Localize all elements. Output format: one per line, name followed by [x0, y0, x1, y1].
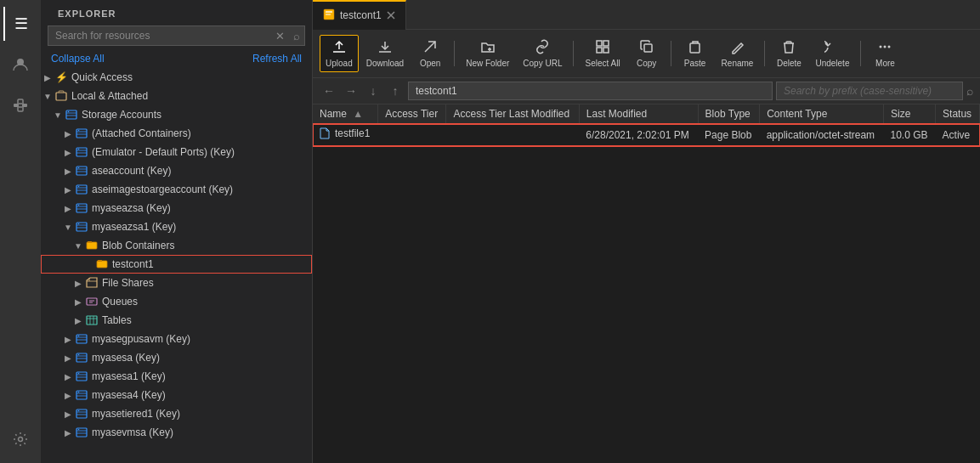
table-row[interactable]: testfile16/28/2021, 2:02:01 PMPage Bloba… — [313, 124, 980, 146]
select-all-label: Select All — [585, 59, 620, 68]
col-access-tier-modified[interactable]: Access Tier Last Modified — [446, 104, 579, 124]
svg-rect-75 — [326, 14, 331, 15]
chevron-icon: ▶ — [61, 145, 75, 159]
sidebar-item-label: myasesa1 (Key) — [92, 370, 312, 382]
svg-line-82 — [425, 42, 435, 52]
refresh-all-button[interactable]: Refresh All — [252, 53, 302, 65]
chevron-icon: ▶ — [61, 388, 75, 402]
clear-search-icon[interactable]: ✕ — [275, 30, 285, 42]
sidebar-item-myaseazsa1[interactable]: ▼myaseazsa1 (Key) — [41, 217, 312, 236]
sidebar-item-emulator[interactable]: ▶(Emulator - Default Ports) (Key) — [41, 143, 312, 161]
tree-item-icon — [75, 201, 88, 215]
open-button[interactable]: Open — [411, 35, 449, 72]
sidebar-item-myasesa[interactable]: ▶myasesa (Key) — [41, 348, 312, 367]
sidebar-item-myasesa1[interactable]: ▶myasesa1 (Key) — [41, 367, 312, 386]
svg-rect-37 — [88, 241, 92, 243]
col-name[interactable]: Name ▲ — [313, 104, 378, 124]
chevron-icon: ▶ — [61, 370, 75, 383]
select-all-button[interactable]: Select All — [579, 35, 626, 72]
chevron-icon: ▼ — [61, 220, 75, 234]
nav-forward-button[interactable]: → — [342, 82, 360, 100]
copy-button[interactable]: Copy — [628, 35, 666, 72]
plugin-icon[interactable] — [3, 88, 37, 122]
col-status[interactable]: Status — [936, 104, 980, 124]
cell-blobType: Page Blob — [698, 124, 760, 146]
col-content-type[interactable]: Content Type — [760, 104, 884, 124]
rename-button[interactable]: Rename — [716, 35, 760, 72]
settings-icon[interactable] — [3, 422, 37, 456]
svg-rect-39 — [98, 260, 102, 262]
svg-rect-36 — [87, 242, 97, 249]
nav-down-button[interactable]: ↓ — [364, 82, 382, 100]
sidebar-item-label: File Shares — [102, 277, 312, 289]
collapse-all-button[interactable]: Collapse All — [51, 53, 105, 65]
col-blob-type[interactable]: Blob Type — [698, 104, 760, 124]
search-prefix-input[interactable] — [776, 82, 963, 100]
tab-label: testcont1 — [340, 9, 382, 21]
nav-back-button[interactable]: ← — [320, 82, 338, 100]
menu-icon[interactable]: ☰ — [3, 7, 37, 41]
tree-item-icon: ⚡ — [54, 71, 68, 84]
more-button[interactable]: More — [866, 35, 904, 72]
sidebar-item-queues[interactable]: ▶Queues — [41, 292, 312, 311]
col-size[interactable]: Size — [884, 104, 936, 124]
tab-testcont1[interactable]: testcont1 — [313, 0, 406, 30]
sidebar-item-myasesa4[interactable]: ▶myasesa4 (Key) — [41, 386, 312, 404]
svg-point-52 — [78, 336, 80, 337]
sidebar-item-attached-containers[interactable]: ▶(Attached Containers) — [41, 124, 312, 143]
upload-button[interactable]: Upload — [320, 35, 359, 72]
toolbar-separator — [764, 41, 765, 66]
sidebar-item-quick-access[interactable]: ▶⚡Quick Access — [41, 68, 312, 87]
search-input[interactable] — [48, 25, 305, 46]
tree-item-icon — [75, 332, 88, 346]
sidebar-item-blob-containers[interactable]: ▼Blob Containers — [41, 236, 312, 255]
tree-item-icon — [75, 127, 88, 140]
svg-point-92 — [884, 46, 887, 48]
account-icon[interactable] — [3, 48, 37, 82]
tree-item-icon — [65, 108, 78, 121]
sidebar-item-storage-accounts[interactable]: ▼Storage Accounts — [41, 105, 312, 124]
tree-item-icon — [75, 164, 88, 178]
main-area: testcont1 UploadDownloadOpenNew FolderCo… — [313, 0, 980, 463]
search-container: ✕ ⌕ — [48, 25, 305, 46]
chevron-icon: ▶ — [71, 276, 85, 290]
sidebar-item-label: aseaccount (Key) — [92, 165, 312, 177]
sidebar-item-aseimagestorage[interactable]: ▶aseimagestoargeaccount (Key) — [41, 180, 312, 199]
nav-up-button[interactable]: ↑ — [386, 82, 405, 100]
sidebar-item-tables[interactable]: ▶Tables — [41, 311, 312, 330]
tree-item-icon — [75, 183, 88, 196]
sidebar-item-file-shares[interactable]: ▶File Shares — [41, 274, 312, 292]
paste-button[interactable]: Paste — [677, 35, 714, 72]
address-input[interactable] — [408, 82, 773, 100]
tab-close-icon[interactable] — [387, 8, 395, 22]
col-access-tier[interactable]: Access Tier — [378, 104, 446, 124]
copy-url-icon — [535, 39, 550, 57]
undelete-button[interactable]: Undelete — [809, 35, 855, 72]
chevron-icon: ▼ — [51, 108, 65, 121]
sidebar-item-label: testcont1 — [112, 258, 312, 270]
copy-url-button[interactable]: Copy URL — [517, 35, 568, 72]
paste-label: Paste — [684, 59, 706, 68]
sidebar-item-label: myasevmsa (Key) — [92, 426, 312, 438]
svg-point-27 — [78, 186, 80, 188]
cell-accessTier — [378, 124, 446, 146]
sidebar-item-local-attached[interactable]: ▼Local & Attached — [41, 87, 312, 105]
sidebar-item-myasegpusavm[interactable]: ▶myasegpusavm (Key) — [41, 330, 312, 348]
sidebar-item-myasevmsa[interactable]: ▶myasevmsa (Key) — [41, 423, 312, 442]
cell-status: Active — [936, 124, 980, 146]
svg-point-64 — [78, 392, 80, 393]
sidebar-item-myaseazsa[interactable]: ▶myaseazsa (Key) — [41, 199, 312, 217]
col-last-modified[interactable]: Last Modified — [579, 104, 698, 124]
sidebar-item-aseaccount[interactable]: ▶aseaccount (Key) — [41, 161, 312, 180]
sidebar-item-label: Local & Attached — [71, 90, 312, 102]
sidebar-item-myasetiered1[interactable]: ▶myasetiered1 (Key) — [41, 404, 312, 423]
search-glass-icon: ⌕ — [293, 30, 300, 42]
download-button[interactable]: Download — [360, 35, 410, 72]
sidebar-item-testcont1[interactable]: testcont1 — [41, 255, 312, 274]
svg-point-68 — [78, 410, 80, 412]
tree-item-icon — [95, 257, 109, 271]
tree-item-icon — [85, 276, 99, 290]
new-folder-button[interactable]: New Folder — [460, 35, 515, 72]
svg-rect-74 — [326, 11, 332, 13]
delete-button[interactable]: Delete — [770, 35, 807, 72]
